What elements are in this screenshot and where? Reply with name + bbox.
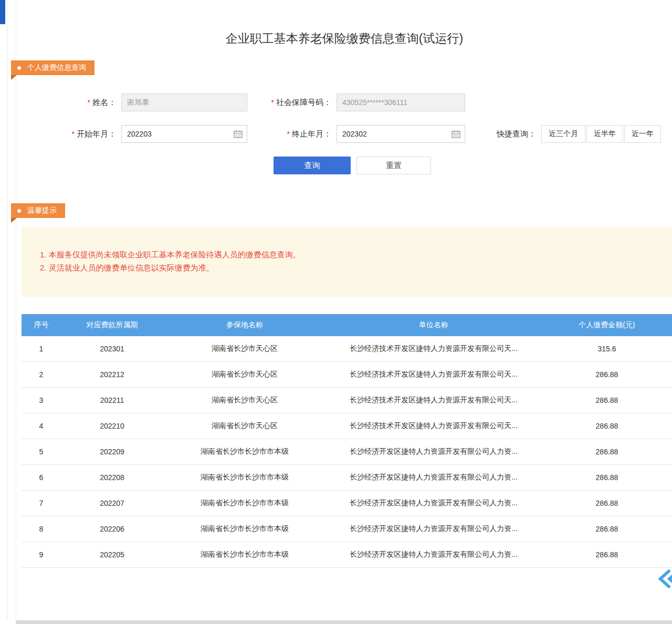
ssn-field-box xyxy=(337,93,465,111)
table-cell: 湖南省长沙市天心区 xyxy=(163,421,326,431)
column-header: 参保地名称 xyxy=(163,320,326,330)
table-cell: 长沙经济开发区捷特人力资源开发有限公司人力资... xyxy=(326,550,541,559)
table-row: 9202205湖南省长沙市长沙市市本级长沙经济开发区捷特人力资源开发有限公司人力… xyxy=(22,542,672,568)
table-cell: 2 xyxy=(22,370,61,379)
table-cell: 202206 xyxy=(61,525,163,533)
sidebar-accent-bar xyxy=(0,0,5,24)
table-cell: 湖南省长沙市长沙市市本级 xyxy=(163,447,326,456)
page-viewport: 企业职工基本养老保险缴费信息查询(试运行) 个人缴费信息查询 *姓名： *社会保… xyxy=(0,0,672,624)
quick-query-group: 近三个月近半年近一年 xyxy=(541,125,661,143)
start-month-label: *开始年月： xyxy=(48,125,116,143)
table-cell: 202212 xyxy=(61,370,163,379)
collapsed-sidebar xyxy=(0,0,7,620)
table-cell: 长沙经济技术开发区捷特人力资源开发有限公司天... xyxy=(326,344,541,353)
column-header: 个人缴费金额(元) xyxy=(541,320,672,330)
table-row: 8202206湖南省长沙市长沙市市本级长沙经济开发区捷特人力资源开发有限公司人力… xyxy=(22,516,672,542)
table-cell: 202211 xyxy=(61,396,163,404)
table-cell: 202208 xyxy=(61,473,163,482)
required-mark: * xyxy=(72,130,75,138)
name-field-box xyxy=(121,93,247,111)
table-cell: 286.88 xyxy=(541,448,672,456)
notice-box: 1. 本服务仅提供尚未领取企业职工基本养老保险待遇人员的缴费信息查询。2. 灵活… xyxy=(22,227,672,297)
table-cell: 长沙经济技术开发区捷特人力资源开发有限公司天... xyxy=(326,396,541,405)
tag-fold xyxy=(11,75,17,80)
query-button[interactable]: 查询 xyxy=(274,157,351,174)
table-body: 1202301湖南省长沙市天心区长沙经济技术开发区捷特人力资源开发有限公司天..… xyxy=(22,336,672,568)
column-header: 单位名称 xyxy=(326,320,541,330)
notice-line: 1. 本服务仅提供尚未领取企业职工基本养老保险待遇人员的缴费信息查询。 xyxy=(40,248,672,261)
table-cell: 湖南省长沙市天心区 xyxy=(163,370,326,379)
end-month-field-box xyxy=(337,125,465,143)
quick-query-label: 快捷查询： xyxy=(489,125,536,143)
table-cell: 3 xyxy=(22,396,61,404)
bottom-scrollbar[interactable] xyxy=(16,620,672,624)
table-cell: 286.88 xyxy=(541,473,672,482)
table-row: 6202208湖南省长沙市长沙市市本级长沙经济开发区捷特人力资源开发有限公司人力… xyxy=(22,465,672,491)
notice-line: 2. 灵活就业人员的缴费单位信息以实际缴费为准。 xyxy=(40,261,672,274)
name-label: *姓名： xyxy=(48,93,116,111)
table-cell: 286.88 xyxy=(541,525,672,533)
ssn-label: *社会保障号码： xyxy=(239,93,331,111)
bullet-icon xyxy=(17,209,21,213)
table-cell: 286.88 xyxy=(541,370,672,379)
table-cell: 长沙经济开发区捷特人力资源开发有限公司人力资... xyxy=(326,498,541,508)
required-mark: * xyxy=(271,98,274,107)
table-cell: 6 xyxy=(22,473,61,482)
table-cell: 湖南省长沙市长沙市市本级 xyxy=(163,550,326,559)
table-cell: 湖南省长沙市长沙市市本级 xyxy=(163,524,326,534)
table-cell: 286.88 xyxy=(541,499,672,507)
section-tag-personal-query: 个人缴费信息查询 xyxy=(11,60,94,75)
section-tag-label: 温馨提示 xyxy=(27,206,57,215)
table-row: 7202207湖南省长沙市长沙市市本级长沙经济开发区捷特人力资源开发有限公司人力… xyxy=(22,491,672,516)
table-cell: 湖南省长沙市长沙市市本级 xyxy=(163,498,326,508)
name-input[interactable] xyxy=(122,98,247,107)
table-cell: 长沙经济开发区捷特人力资源开发有限公司人力资... xyxy=(326,473,541,482)
calendar-icon[interactable] xyxy=(452,130,460,138)
table-row: 5202209湖南省长沙市长沙市市本级长沙经济开发区捷特人力资源开发有限公司人力… xyxy=(22,439,672,465)
table-cell: 7 xyxy=(22,499,61,507)
table-row: 3202211湖南省长沙市天心区长沙经济技术开发区捷特人力资源开发有限公司天..… xyxy=(22,388,672,413)
reset-button[interactable]: 重置 xyxy=(356,157,431,174)
quick-query-option-1[interactable]: 近三个月 xyxy=(541,125,585,143)
table-cell: 286.88 xyxy=(541,396,672,404)
table-cell: 315.6 xyxy=(541,345,672,353)
table-cell: 长沙经济技术开发区捷特人力资源开发有限公司天... xyxy=(326,370,541,379)
table-cell: 202210 xyxy=(61,422,163,430)
start-month-input[interactable] xyxy=(122,130,234,138)
column-header: 序号 xyxy=(22,320,61,330)
tag-fold xyxy=(11,218,17,223)
table-cell: 长沙经济开发区捷特人力资源开发有限公司人力资... xyxy=(326,447,541,456)
end-month-input[interactable] xyxy=(337,130,452,138)
quick-query-option-3[interactable]: 近一年 xyxy=(624,125,661,143)
table-cell: 湖南省长沙市天心区 xyxy=(163,344,326,353)
table-row: 2202212湖南省长沙市天心区长沙经济技术开发区捷特人力资源开发有限公司天..… xyxy=(22,362,672,388)
table-cell: 湖南省长沙市长沙市市本级 xyxy=(163,473,326,482)
ssn-input[interactable] xyxy=(337,98,465,107)
table-cell: 5 xyxy=(22,448,61,456)
start-month-field-box xyxy=(121,125,247,143)
table-header-row: 序号对应费款所属期参保地名称单位名称个人缴费金额(元) xyxy=(22,314,672,336)
table-cell: 8 xyxy=(22,525,61,533)
table-cell: 286.88 xyxy=(541,422,672,430)
double-chevron-left-icon[interactable] xyxy=(657,567,672,590)
table-cell: 湖南省长沙市天心区 xyxy=(163,396,326,405)
table-row: 4202210湖南省长沙市天心区长沙经济技术开发区捷特人力资源开发有限公司天..… xyxy=(22,413,672,439)
table-cell: 4 xyxy=(22,422,61,430)
required-mark: * xyxy=(88,98,90,107)
table-cell: 202207 xyxy=(61,499,163,507)
table-cell: 长沙经济技术开发区捷特人力资源开发有限公司天... xyxy=(326,421,541,431)
table-cell: 9 xyxy=(22,550,61,559)
section-tag-tips: 温馨提示 xyxy=(11,203,65,218)
results-table: 序号对应费款所属期参保地名称单位名称个人缴费金额(元) 1202301湖南省长沙… xyxy=(22,314,672,568)
table-row: 1202301湖南省长沙市天心区长沙经济技术开发区捷特人力资源开发有限公司天..… xyxy=(22,336,672,362)
end-month-label: *终止年月： xyxy=(239,125,331,143)
page-title: 企业职工基本养老保险缴费信息查询(试运行) xyxy=(16,30,672,47)
table-cell: 长沙经济开发区捷特人力资源开发有限公司人力资... xyxy=(326,524,541,534)
table-cell: 286.88 xyxy=(541,550,672,559)
main-panel: 企业职工基本养老保险缴费信息查询(试运行) 个人缴费信息查询 *姓名： *社会保… xyxy=(16,0,672,620)
bullet-icon xyxy=(17,66,21,70)
table-cell: 202205 xyxy=(61,550,163,559)
table-cell: 202209 xyxy=(61,448,163,456)
column-header: 对应费款所属期 xyxy=(61,320,163,330)
quick-query-option-2[interactable]: 近半年 xyxy=(586,125,623,143)
